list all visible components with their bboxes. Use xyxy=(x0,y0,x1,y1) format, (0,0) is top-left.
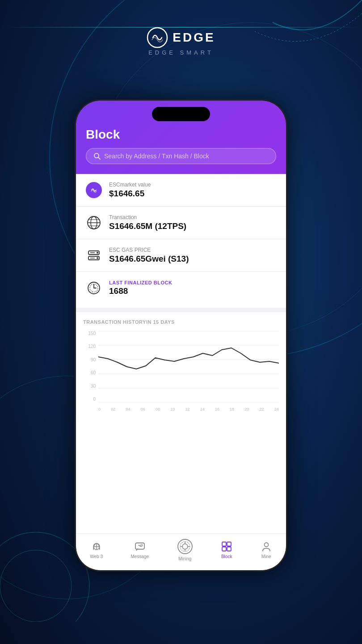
nav-item-web3[interactable]: Web 3 xyxy=(90,541,103,559)
transaction-text: Transaction S1646.65M (12TPS) xyxy=(109,214,186,231)
svg-point-27 xyxy=(141,544,143,546)
phone-notch xyxy=(152,107,210,121)
x-22: 22 xyxy=(260,407,264,411)
stat-row-block: LAST FINALIZED BLOCK 1688 xyxy=(76,272,286,304)
gas-text: ESC GAS PRICE S1646.65Gwei (S13) xyxy=(109,247,189,264)
search-icon xyxy=(93,153,101,160)
gas-value: S1646.65Gwei (S13) xyxy=(109,254,189,264)
nav-label-message: Message xyxy=(131,554,149,559)
nav-label-block: Block xyxy=(221,554,232,559)
nav-item-message[interactable]: Message xyxy=(131,541,149,559)
screen-content: ESCmarket value $1646.65 xyxy=(76,174,286,534)
chart-section: TRANSACTION HISTORYIN 15 DAYS 150 120 90… xyxy=(76,312,286,534)
stat-row-esc: ESCmarket value $1646.65 xyxy=(76,174,286,207)
web3-nav-icon xyxy=(91,541,102,552)
phone-frame: Block Search by Address / Txn Hash / Blo… xyxy=(76,101,286,570)
chart-title: TRANSACTION HISTORYIN 15 DAYS xyxy=(83,319,279,325)
esc-icon xyxy=(85,181,103,199)
stat-row-gas: ESC GAS PRICE S1646.65Gwei (S13) xyxy=(76,239,286,272)
esc-market-value: $1646.65 xyxy=(109,189,151,199)
transaction-label: Transaction xyxy=(109,214,186,220)
x-0: 0 xyxy=(98,407,101,411)
y-label-60: 60 xyxy=(83,370,96,375)
logo-text: EDGE xyxy=(173,30,215,45)
svg-rect-33 xyxy=(222,547,226,551)
svg-rect-32 xyxy=(227,542,231,546)
x-04: 04 xyxy=(126,407,130,411)
y-label-90: 90 xyxy=(83,357,96,362)
logo-subtitle: EDGE SMART xyxy=(148,49,214,56)
screen-title: Block xyxy=(86,127,276,142)
mine-nav-icon xyxy=(261,541,272,552)
chart-svg xyxy=(98,331,279,404)
x-24: 24 xyxy=(274,407,279,411)
logo-icon xyxy=(147,27,168,48)
nav-label-mining: Mining xyxy=(178,556,191,561)
chart-container: 150 120 90 60 30 0 xyxy=(83,331,279,411)
x-08: 08 xyxy=(156,407,160,411)
block-label: LAST FINALIZED BLOCK xyxy=(109,280,172,285)
svg-point-13 xyxy=(97,257,98,259)
chart-y-axis: 150 120 90 60 30 0 xyxy=(83,331,96,411)
y-label-30: 30 xyxy=(83,384,96,389)
esc-market-label: ESCmarket value xyxy=(109,182,151,188)
x-12: 12 xyxy=(185,407,189,411)
svg-rect-31 xyxy=(222,542,226,546)
search-bar[interactable]: Search by Address / Txn Hash / Block xyxy=(86,148,276,164)
stat-row-transaction: Transaction S1646.65M (12TPS) xyxy=(76,207,286,239)
search-placeholder: Search by Address / Txn Hash / Block xyxy=(104,153,209,160)
svg-point-30 xyxy=(182,544,188,549)
clock-icon xyxy=(85,279,103,297)
y-label-150: 150 xyxy=(83,331,96,336)
y-label-120: 120 xyxy=(83,344,96,349)
mining-nav-icon xyxy=(177,538,193,555)
esc-market-text: ESCmarket value $1646.65 xyxy=(109,182,151,199)
gas-label: ESC GAS PRICE xyxy=(109,247,189,253)
nav-item-mine[interactable]: Mine xyxy=(261,541,272,559)
message-nav-icon xyxy=(134,541,146,552)
x-10: 10 xyxy=(170,407,175,411)
block-nav-icon xyxy=(221,541,232,552)
y-label-0: 0 xyxy=(83,397,96,402)
nav-item-block[interactable]: Block xyxy=(221,541,232,559)
x-14: 14 xyxy=(200,407,205,411)
server-icon xyxy=(85,246,103,264)
svg-point-12 xyxy=(97,252,98,254)
svg-rect-34 xyxy=(227,547,231,551)
x-18: 18 xyxy=(230,407,234,411)
nav-label-web3: Web 3 xyxy=(90,554,103,559)
stats-area: ESCmarket value $1646.65 xyxy=(76,174,286,308)
page-header: EDGE EDGE SMART xyxy=(0,27,362,56)
globe-icon xyxy=(85,214,103,232)
block-text: LAST FINALIZED BLOCK 1688 xyxy=(109,280,172,296)
block-value: 1688 xyxy=(109,286,172,296)
chart-x-axis: 0 02 04 06 08 10 12 14 16 18 20 22 xyxy=(98,407,279,411)
svg-line-4 xyxy=(98,157,100,159)
x-06: 06 xyxy=(141,407,145,411)
x-02: 02 xyxy=(111,407,115,411)
nav-item-mining[interactable]: Mining xyxy=(177,538,193,561)
chart-main: 0 02 04 06 08 10 12 14 16 18 20 22 xyxy=(98,331,279,411)
phone-screen: Block Search by Address / Txn Hash / Blo… xyxy=(76,101,286,570)
svg-point-35 xyxy=(264,543,268,547)
bottom-nav: Web 3 Message xyxy=(76,534,286,570)
x-16: 16 xyxy=(215,407,219,411)
x-20: 20 xyxy=(244,407,249,411)
svg-point-1 xyxy=(0,550,72,622)
transaction-value: S1646.65M (12TPS) xyxy=(109,221,186,231)
nav-label-mine: Mine xyxy=(261,554,271,559)
